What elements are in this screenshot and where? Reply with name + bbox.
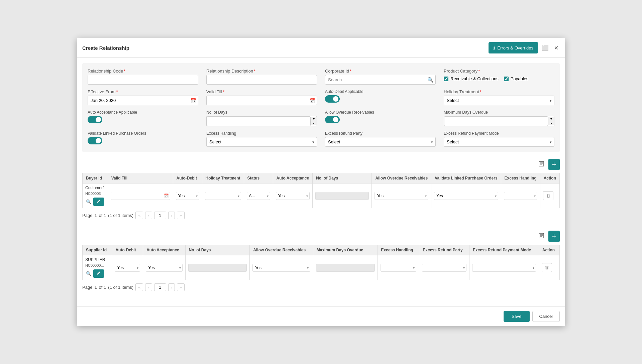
max-days-overdue-spinners: ▾ ▴ <box>548 117 554 125</box>
buyer-no-of-days-input[interactable] <box>315 192 369 200</box>
buyer-next-page-btn[interactable]: › <box>168 212 175 219</box>
buyer-status-select[interactable]: A... <box>247 192 270 200</box>
supplier-prev-page-btn[interactable]: ‹ <box>145 283 152 291</box>
buyer-action-cell: 🗑 <box>540 184 559 208</box>
max-days-overdue-input[interactable] <box>444 116 548 126</box>
excess-refund-party-label: Excess Refund Party <box>325 131 436 136</box>
buyer-excess-handling-select[interactable] <box>504 192 537 200</box>
holiday-treatment-select[interactable]: Select <box>444 96 554 105</box>
no-of-days-label: No. of Days <box>206 110 317 115</box>
excess-refund-payment-mode-select[interactable]: Select <box>444 137 554 147</box>
auto-acceptance-group: Auto Acceptance Applicable <box>88 110 198 123</box>
buyer-valid-till-input[interactable] <box>111 192 170 200</box>
buyer-holiday-treatment-select[interactable] <box>205 192 241 200</box>
supplier-no-of-days-input[interactable] <box>188 264 247 272</box>
cancel-button[interactable]: Cancel <box>532 311 560 322</box>
corporate-id-group: Corporate Id* 🔍 <box>325 69 436 85</box>
supplier-last-page-btn[interactable]: » <box>177 283 185 291</box>
supplier-auto-acceptance-cell: Yes No <box>143 255 185 280</box>
max-days-overdue-up-btn[interactable]: ▴ <box>548 121 554 125</box>
receivable-collections-option: Receivable & Collections <box>444 76 499 81</box>
no-of-days-input[interactable] <box>207 116 311 126</box>
supplier-first-page-btn[interactable]: « <box>135 283 143 291</box>
save-button[interactable]: Save <box>504 311 530 322</box>
supplier-page-input[interactable] <box>154 283 166 291</box>
relationship-description-input[interactable] <box>206 75 317 85</box>
effective-from-input[interactable] <box>88 96 198 105</box>
payables-checkbox[interactable] <box>504 77 509 81</box>
buyer-pagination: Page 1 of 1 (1 of 1 items) « ‹ › » <box>82 208 560 223</box>
buyer-auto-acceptance-cell: Yes No <box>273 184 313 208</box>
excess-handling-select[interactable]: Select <box>206 137 317 147</box>
buyer-first-page-btn[interactable]: « <box>135 212 143 219</box>
buyer-valid-till-cell: 📅 <box>108 184 173 208</box>
effective-from-label: Effective From* <box>88 89 198 94</box>
buyer-table-toolbar: + <box>82 157 560 173</box>
supplier-excess-handling-cell <box>378 255 419 280</box>
supplier-auto-acceptance-select[interactable]: Yes No <box>146 264 182 272</box>
supplier-report-icon-button[interactable] <box>537 231 546 241</box>
buyer-excess-handling-cell <box>501 184 540 208</box>
effective-from-calendar-button[interactable]: 📅 <box>191 98 196 103</box>
supplier-next-page-btn[interactable]: › <box>168 283 175 291</box>
close-button[interactable]: ✕ <box>553 43 560 52</box>
no-of-days-up-btn[interactable]: ▴ <box>311 121 317 125</box>
buyer-last-page-btn[interactable]: » <box>177 212 185 219</box>
errors-overrides-button[interactable]: ℹ Errors & Overrides <box>489 42 538 53</box>
modal-title: Create Relationship <box>82 45 129 51</box>
supplier-excess-refund-payment-mode-select[interactable] <box>472 264 536 272</box>
valid-till-calendar-button[interactable]: 📅 <box>309 98 315 103</box>
max-days-overdue-down-btn[interactable]: ▾ <box>548 117 554 121</box>
supplier-allow-overdue-select[interactable]: Yes No <box>252 264 310 272</box>
buyer-prev-page-btn[interactable]: ‹ <box>145 212 152 219</box>
valid-till-input[interactable] <box>206 96 317 105</box>
buyer-add-button[interactable]: + <box>548 159 560 170</box>
buyer-delete-button[interactable]: 🗑 <box>543 191 553 200</box>
supplier-col-no-of-days: No. of Days <box>185 245 250 255</box>
excess-refund-party-group: Excess Refund Party Select <box>325 131 436 147</box>
supplier-pagination: Page 1 of 1 (1 of 1 items) « ‹ › » <box>82 280 560 294</box>
form-row-1: Relationship Code* Relationship Descript… <box>88 69 554 85</box>
auto-acceptance-toggle[interactable] <box>88 116 102 123</box>
table-row: Customer1 NC00003 🔍 <box>83 184 560 208</box>
buyer-search-button[interactable]: 🔍 <box>85 198 92 206</box>
supplier-delete-button[interactable]: 🗑 <box>542 263 552 272</box>
table-row: SUPPLIER NC00000... 🔍 <box>83 255 560 280</box>
valid-till-group: Valid Till* 📅 <box>206 89 317 105</box>
allow-overdue-toggle[interactable] <box>325 116 340 123</box>
buyer-validate-linked-select[interactable]: Yes No <box>434 192 498 200</box>
supplier-excess-refund-payment-mode-cell <box>469 255 539 280</box>
modal-body: Relationship Code* Relationship Descript… <box>77 58 565 307</box>
buyer-valid-till-cal-btn[interactable]: 📅 <box>164 194 169 198</box>
buyer-auto-acceptance-select[interactable]: Yes No <box>276 192 310 200</box>
form-row-3: Auto Acceptance Applicable No. of Days ▾… <box>88 110 554 126</box>
corporate-id-search-button[interactable]: 🔍 <box>427 77 434 83</box>
supplier-table-body: SUPPLIER NC00000... 🔍 <box>83 255 560 280</box>
supplier-search-button[interactable]: 🔍 <box>85 269 92 278</box>
relationship-code-input[interactable] <box>88 75 198 85</box>
no-of-days-down-btn[interactable]: ▾ <box>311 117 317 121</box>
receivable-collections-checkbox[interactable] <box>444 77 448 81</box>
supplier-excess-handling-select[interactable] <box>381 264 417 272</box>
supplier-col-excess-handling: Excess Handling <box>378 245 419 255</box>
buyer-allow-overdue-select[interactable]: Yes No <box>374 192 428 200</box>
validate-linked-toggle[interactable] <box>88 137 102 144</box>
validate-linked-slider <box>88 137 102 144</box>
valid-till-wrapper: 📅 <box>206 96 317 105</box>
buyer-report-icon-button[interactable] <box>537 159 546 169</box>
excess-refund-payment-mode-select-wrapper: Select <box>444 137 554 147</box>
minimize-button[interactable]: ⬜ <box>541 43 550 52</box>
supplier-excess-refund-party-select[interactable] <box>422 264 466 272</box>
excess-refund-party-select[interactable]: Select <box>325 137 436 147</box>
supplier-add-button[interactable]: + <box>548 231 560 242</box>
supplier-max-days-overdue-input[interactable] <box>316 264 375 272</box>
corporate-id-input[interactable] <box>325 75 436 85</box>
buyer-edit-button[interactable] <box>93 198 104 206</box>
relationship-description-label: Relationship Description* <box>206 69 317 74</box>
buyer-page-input[interactable] <box>154 212 166 219</box>
supplier-auto-debit-select[interactable]: Yes No <box>115 264 140 272</box>
auto-debit-toggle[interactable] <box>325 95 340 103</box>
supplier-edit-button[interactable] <box>93 269 104 278</box>
buyer-auto-debit-select[interactable]: Yes No <box>176 192 199 200</box>
buyer-col-status: Status <box>244 173 273 184</box>
